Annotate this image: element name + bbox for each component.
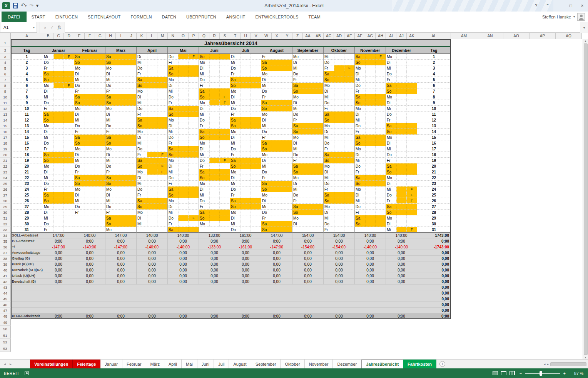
day-number[interactable]: 27 — [417, 204, 451, 210]
day-number[interactable]: 13 — [417, 123, 451, 129]
day-cell[interactable]: Di — [261, 77, 292, 83]
user-avatar[interactable] — [577, 13, 585, 21]
summary-value[interactable]: 0,00 — [261, 250, 292, 256]
day-cell[interactable]: Di — [199, 146, 230, 152]
day-cell[interactable]: Fr — [292, 77, 324, 83]
day-cell[interactable]: Fr — [168, 221, 199, 227]
ribbon-tab-ansicht[interactable]: ANSICHT — [221, 12, 251, 22]
column-header-ak[interactable]: AK — [407, 33, 417, 39]
day-cell[interactable]: Do — [43, 221, 74, 227]
column-header-ab[interactable]: AB — [313, 33, 324, 39]
day-cell[interactable]: Mo — [292, 94, 324, 100]
day-cell[interactable]: Do — [292, 192, 324, 198]
day-cell[interactable]: Mo — [137, 210, 168, 215]
summary-value[interactable]: 140:00 — [355, 233, 386, 238]
sheet-title[interactable]: Jahresübersicht 2014 — [11, 39, 451, 47]
day-cell[interactable]: Sa — [199, 129, 230, 135]
summary-value[interactable]: 0,00 — [43, 261, 74, 267]
summary-value[interactable]: 0,00 — [43, 256, 74, 261]
day-cell[interactable]: Mo — [355, 65, 386, 71]
month-header-april[interactable]: April — [137, 47, 168, 54]
row-header-51[interactable]: 51 — [0, 332, 11, 339]
summary-value[interactable]: 0:00 — [74, 238, 105, 244]
day-cell[interactable]: Di — [105, 71, 137, 77]
day-cell[interactable]: Mi — [386, 65, 417, 71]
column-header-an[interactable]: AN — [477, 33, 503, 39]
day-cell[interactable]: So — [230, 204, 261, 210]
day-cell[interactable]: Do — [105, 83, 137, 88]
row-header-34[interactable]: 34 — [0, 233, 11, 238]
day-number[interactable]: 8 — [417, 94, 451, 100]
day-cell[interactable]: Do — [105, 163, 137, 169]
day-cell[interactable]: So — [324, 198, 355, 204]
summary-value[interactable]: 0,00 — [324, 250, 355, 256]
column-header-r[interactable]: R — [209, 33, 220, 39]
column-header-ac[interactable]: AC — [324, 33, 334, 39]
day-cell[interactable]: Sa — [292, 204, 324, 210]
page-layout-view-icon[interactable] — [501, 371, 506, 375]
day-cell[interactable]: Sa — [355, 94, 386, 100]
day-number[interactable]: 6 — [11, 83, 43, 88]
summary-value[interactable]: 0,00 — [43, 273, 74, 279]
day-number[interactable]: 10 — [417, 106, 451, 112]
column-header-ad[interactable]: AD — [334, 33, 344, 39]
summary-value[interactable]: 0,00 — [324, 267, 355, 273]
day-cell[interactable]: So — [292, 169, 324, 175]
zoom-slider[interactable] — [525, 373, 560, 374]
day-cell[interactable]: So — [386, 129, 417, 135]
day-cell[interactable]: So — [386, 88, 417, 94]
row-header-48[interactable]: 48 — [0, 313, 11, 319]
day-cell[interactable]: Mo — [105, 187, 137, 192]
summary-label[interactable] — [11, 290, 43, 296]
day-cell[interactable]: So — [137, 204, 168, 210]
day-cell[interactable]: Di — [137, 215, 168, 221]
column-header-u[interactable]: U — [241, 33, 251, 39]
day-cell[interactable]: Mo — [355, 187, 386, 192]
day-cell[interactable]: Do — [230, 146, 261, 152]
summary-spacer[interactable] — [43, 296, 417, 302]
column-header-l[interactable]: L — [147, 33, 157, 39]
summary-value[interactable]: 0,00 — [74, 279, 105, 285]
day-cell[interactable]: Fr — [74, 210, 105, 215]
summary-value[interactable]: 0,00 — [74, 267, 105, 273]
day-cell[interactable]: Di — [292, 221, 324, 227]
day-cell[interactable]: Mo — [43, 163, 74, 169]
ribbon-display-options-button[interactable]: ⌃ — [542, 0, 553, 12]
day-cell[interactable]: Mo — [105, 106, 137, 112]
day-cell[interactable]: Sa — [74, 54, 105, 60]
summary-value[interactable]: -147:00 — [43, 244, 74, 250]
day-number[interactable]: 13 — [11, 123, 43, 129]
day-cell[interactable]: So — [199, 215, 230, 221]
day-cell[interactable]: So — [43, 158, 74, 163]
day-number[interactable]: 30 — [417, 221, 451, 227]
day-cell[interactable]: Sa — [386, 163, 417, 169]
day-cell[interactable]: Mo — [355, 146, 386, 152]
summary-value[interactable]: 0:00 — [105, 313, 137, 319]
day-number[interactable]: 8 — [11, 94, 43, 100]
day-number[interactable]: 25 — [11, 192, 43, 198]
day-cell[interactable]: So — [355, 60, 386, 65]
day-cell[interactable]: Di — [199, 187, 230, 192]
day-cell[interactable]: So — [324, 117, 355, 123]
column-header-n[interactable]: N — [168, 33, 178, 39]
day-cell[interactable]: Mi — [261, 83, 292, 88]
day-cell[interactable]: Mo — [324, 83, 355, 88]
day-cell[interactable]: Do — [230, 227, 261, 233]
scrollbar-thumb[interactable] — [584, 43, 588, 355]
day-cell[interactable]: Mi — [386, 146, 417, 152]
day-cell[interactable]: So — [292, 210, 324, 215]
day-cell[interactable]: Fr — [105, 129, 137, 135]
day-cell[interactable]: So — [43, 77, 74, 83]
day-cell[interactable] — [292, 227, 324, 233]
close-button[interactable]: × — [576, 0, 588, 12]
day-cell[interactable]: Do — [324, 140, 355, 146]
day-cell[interactable]: Sa — [137, 158, 168, 163]
day-cell[interactable]: Mi — [261, 163, 292, 169]
summary-value[interactable]: 0,00 — [230, 261, 261, 267]
column-header-h[interactable]: H — [105, 33, 116, 39]
customize-qat-button[interactable]: ▾ — [36, 2, 39, 9]
normal-view-icon[interactable] — [493, 371, 498, 375]
day-number[interactable]: 20 — [417, 163, 451, 169]
day-cell[interactable]: Mo — [230, 210, 261, 215]
day-number[interactable]: 19 — [417, 158, 451, 163]
